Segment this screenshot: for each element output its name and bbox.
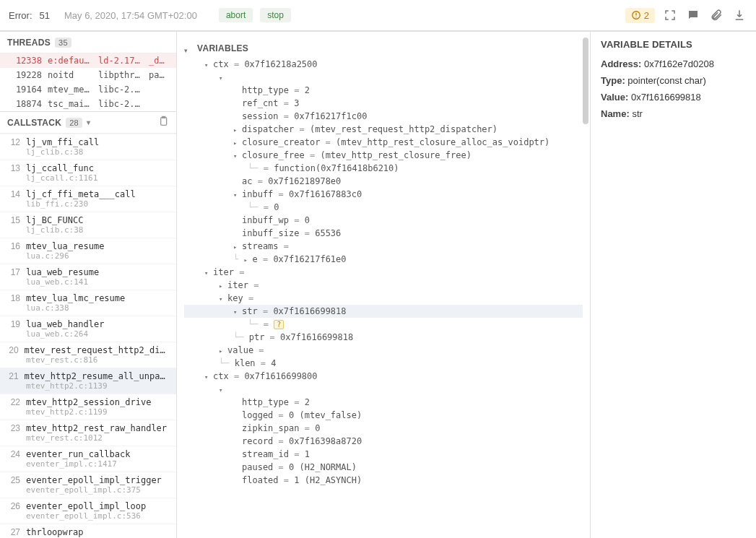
callstack-list[interactable]: 12lj_vm_ffi_calllj_clib.c:3813lj_ccall_f… xyxy=(0,134,176,538)
svg-rect-3 xyxy=(161,118,167,126)
variable-node[interactable]: └─ klen = 4 xyxy=(184,357,583,370)
chat-icon[interactable] xyxy=(685,7,701,23)
variable-node[interactable]: floated = 1 (H2_ASYNCH) xyxy=(184,474,583,487)
stack-frame[interactable]: 27thrloopwrapeventer_impl.c:716 xyxy=(0,524,176,538)
thread-row[interactable]: 19228noitdlibpthr…pause xyxy=(0,68,176,82)
variable-node[interactable]: └─ ptr = 0x7f1616699818 xyxy=(184,331,583,344)
variable-node[interactable]: ▾ xyxy=(184,71,583,84)
error-label: Error: xyxy=(9,10,32,21)
warning-icon xyxy=(631,10,641,20)
stack-frame[interactable]: 19lua_web_handlerlua_web.c:264 xyxy=(0,316,176,342)
variable-node[interactable]: inbuff_size = 65536 xyxy=(184,227,583,240)
variable-node[interactable]: └─ = 0 xyxy=(184,201,583,214)
variable-node[interactable]: http_type = 2 xyxy=(184,84,583,97)
warning-badge[interactable]: 2 xyxy=(625,8,655,23)
variables-panel: ▾ VARIABLES ▾ctx = 0x7f16218a2500▾http_t… xyxy=(177,32,590,538)
variable-node[interactable]: record = 0x7f16398a8720 xyxy=(184,435,583,448)
variable-node[interactable]: zipkin_span = 0 xyxy=(184,422,583,435)
svg-point-2 xyxy=(635,17,636,17)
variable-node[interactable]: ▾inbuff = 0x7f16167883c0 xyxy=(184,188,583,201)
detail-type: Type: pointer(const char) xyxy=(601,75,746,86)
detail-name: Name: str xyxy=(601,108,746,119)
threads-header[interactable]: THREADS 35 xyxy=(0,32,176,53)
variable-node[interactable]: ▸closure_creator = (mtev_http_rest_closu… xyxy=(184,136,583,149)
clipboard-icon[interactable] xyxy=(157,116,169,129)
stack-frame[interactable]: 18mtev_lua_lmc_resumelua.c:338 xyxy=(0,290,176,316)
stack-frame[interactable]: 24eventer_run_callbackeventer_impl.c:141… xyxy=(0,446,176,472)
stack-frame[interactable]: 17lua_web_resumelua_web.c:141 xyxy=(0,264,176,290)
chevron-down-icon[interactable]: ▾ xyxy=(87,118,97,126)
callstack-title: CALLSTACK xyxy=(7,118,61,128)
thread-row[interactable]: 18874tsc_mai…libc-2.… xyxy=(0,97,176,111)
variables-header[interactable]: ▾ VARIABLES xyxy=(184,43,583,58)
stack-frame[interactable]: 22mtev_http2_session_drivemtev_http2.c:1… xyxy=(0,394,176,420)
stack-frame[interactable]: 21mtev_http2_resume_all_unpaused_…mtev_h… xyxy=(0,368,176,394)
variable-node[interactable]: ▸value = xyxy=(184,344,583,357)
threads-count: 35 xyxy=(55,38,71,48)
left-column: THREADS 35 12338e:defau…ld-2.17…_dl_fix…… xyxy=(0,32,177,538)
variable-node[interactable]: session = 0x7f16217f1c00 xyxy=(184,110,583,123)
variables-title: VARIABLES xyxy=(197,43,248,53)
stack-frame[interactable]: 14lj_cf_ffi_meta___calllib_ffi.c:230 xyxy=(0,186,176,212)
threads-title: THREADS xyxy=(7,38,51,48)
variable-node[interactable]: inbuff_wp = 0 xyxy=(184,214,583,227)
fullscreen-icon[interactable] xyxy=(662,7,678,23)
download-icon[interactable] xyxy=(731,7,747,23)
variable-node[interactable]: ▾iter = xyxy=(184,266,583,279)
error-number: 51 xyxy=(40,10,50,21)
scrollbar-thumb[interactable] xyxy=(583,38,588,124)
detail-address: Address: 0x7f162e7d0208 xyxy=(601,58,746,69)
variable-node[interactable]: └─ = ? xyxy=(184,318,583,331)
error-date: May 6, 2020, 17:54 GMT+02:00 xyxy=(64,10,197,21)
scrollbar[interactable] xyxy=(583,38,588,532)
stack-frame[interactable]: 25eventer_epoll_impl_triggereventer_epol… xyxy=(0,472,176,498)
stack-frame[interactable]: 12lj_vm_ffi_calllj_clib.c:38 xyxy=(0,134,176,160)
toolbar: Error: 51 May 6, 2020, 17:54 GMT+02:00 a… xyxy=(0,0,756,32)
stack-frame[interactable]: 15lj_BC_FUNCClj_clib.c:38 xyxy=(0,212,176,238)
variable-node[interactable]: ▾ xyxy=(184,383,583,396)
stack-frame[interactable]: 13lj_ccall_funclj_ccall.c:1161 xyxy=(0,160,176,186)
variable-node[interactable]: ▾ctx = 0x7f16218a2500 xyxy=(184,58,583,71)
detail-value: Value: 0x7f1616699818 xyxy=(601,92,746,103)
variable-node[interactable]: └ ▸e = 0x7f16217f61e0 xyxy=(184,253,583,266)
variable-node[interactable]: ▾closure_free = (mtev_http_rest_closure_… xyxy=(184,149,583,162)
abort-button[interactable]: abort xyxy=(219,8,253,22)
stack-frame[interactable]: 20mtev_rest_request_http2_dispatc…mtev_r… xyxy=(0,342,176,368)
variable-details-panel: VARIABLE DETAILS Address: 0x7f162e7d0208… xyxy=(590,32,756,538)
variable-node[interactable]: logged = 0 (mtev_false) xyxy=(184,409,583,422)
stop-button[interactable]: stop xyxy=(260,8,291,22)
details-title: VARIABLE DETAILS xyxy=(601,39,746,50)
attachment-icon[interactable] xyxy=(708,7,724,23)
variable-node[interactable]: ▾ctx = 0x7f1616699800 xyxy=(184,370,583,383)
variable-node[interactable]: └─ = function(0x7f16418b6210) xyxy=(184,162,583,175)
main-layout: THREADS 35 12338e:defau…ld-2.17…_dl_fix…… xyxy=(0,32,756,538)
chevron-down-icon[interactable]: ▾ xyxy=(184,47,191,54)
variable-node[interactable]: paused = 0 (H2_NORMAL) xyxy=(184,461,583,474)
thread-row[interactable]: 12338e:defau…ld-2.17…_dl_fix… xyxy=(0,53,176,68)
variable-node[interactable]: ▾key = xyxy=(184,292,583,305)
variable-node[interactable]: http_type = 2 xyxy=(184,396,583,409)
variable-node[interactable]: ▸iter = xyxy=(184,279,583,292)
variable-node[interactable]: stream_id = 1 xyxy=(184,448,583,461)
variable-node[interactable]: ref_cnt = 3 xyxy=(184,97,583,110)
warning-count: 2 xyxy=(644,10,649,21)
callstack-count: 28 xyxy=(66,118,82,128)
stack-frame[interactable]: 26eventer_epoll_impl_loopeventer_epoll_i… xyxy=(0,498,176,524)
stack-frame[interactable]: 23mtev_http2_rest_raw_handlermtev_rest.c… xyxy=(0,420,176,446)
variable-node[interactable]: ▾str = 0x7f1616699818 xyxy=(184,305,583,318)
threads-list: 12338e:defau…ld-2.17…_dl_fix…19228noitdl… xyxy=(0,53,176,112)
callstack-header[interactable]: CALLSTACK 28 ▾ xyxy=(0,112,176,134)
thread-row[interactable]: 19164mtev_me…libc-2.… xyxy=(0,82,176,97)
variable-node[interactable]: ac = 0x7f16218978e0 xyxy=(184,175,583,188)
stack-frame[interactable]: 16mtev_lua_resumelua.c:296 xyxy=(0,238,176,264)
variable-node[interactable]: ▸dispatcher = (mtev_rest_request_http2_d… xyxy=(184,123,583,136)
variables-tree[interactable]: ▾ctx = 0x7f16218a2500▾http_type = 2ref_c… xyxy=(184,58,583,487)
variable-node[interactable]: ▸streams = xyxy=(184,240,583,253)
